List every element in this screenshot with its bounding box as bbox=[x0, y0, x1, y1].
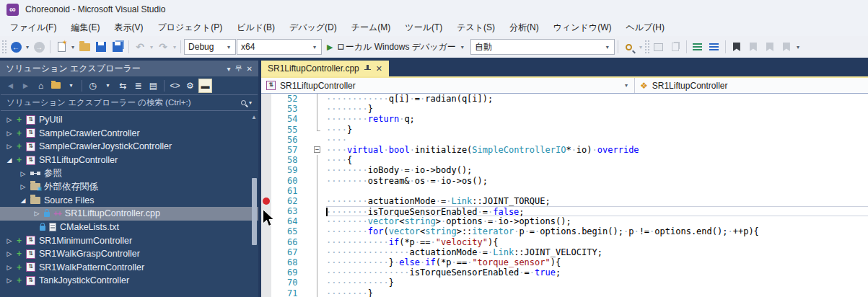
code-text[interactable]: ········return·q; bbox=[326, 114, 868, 124]
code-line-71[interactable]: 71········} bbox=[261, 288, 868, 297]
tab-sr1liftupcontroller-cpp[interactable]: SR1LiftupController.cpp ✕ bbox=[261, 61, 389, 76]
tree-scrollbar[interactable]: ▲ bbox=[250, 111, 258, 297]
code-line-52[interactable]: 52············q[i]·=·radian(q[i]); bbox=[261, 94, 868, 104]
undo-dropdown[interactable]: ▾ bbox=[149, 44, 154, 50]
collapse-icon[interactable]: ◢ bbox=[19, 197, 27, 204]
redo-dropdown[interactable]: ▾ bbox=[172, 44, 177, 50]
code-line-69[interactable]: 69················isTorqueSensorEnabled·… bbox=[261, 267, 868, 278]
breakpoint-margin[interactable] bbox=[261, 267, 271, 278]
expand-icon[interactable]: ▷ bbox=[6, 264, 13, 271]
breakpoint-margin[interactable] bbox=[261, 186, 271, 196]
tree-item[interactable]: ◢+⇅SR1LiftupController bbox=[0, 154, 258, 167]
pin-icon[interactable]: 무 bbox=[235, 63, 242, 74]
code-text[interactable]: ····} bbox=[326, 125, 868, 135]
tab-close-icon[interactable]: ✕ bbox=[376, 64, 382, 74]
breakpoint-margin[interactable] bbox=[261, 125, 271, 135]
previous-bookmark-button[interactable] bbox=[745, 39, 761, 55]
properties-button[interactable]: ⚙ bbox=[183, 79, 197, 93]
breakpoint-margin[interactable] bbox=[261, 94, 271, 104]
code-line-60[interactable]: 60········ostream&·os·=·io->os(); bbox=[261, 176, 868, 186]
code-text[interactable]: ················actuationMode·=·Link::JO… bbox=[326, 247, 868, 257]
auto-combo[interactable]: 自動▾ bbox=[470, 39, 615, 55]
code-editor[interactable]: 52············q[i]·=·radian(q[i]);53····… bbox=[261, 94, 868, 297]
menu-item-8[interactable]: テスト(S) bbox=[450, 19, 502, 37]
code-text[interactable]: ····virtual·bool·initialize(SimpleContro… bbox=[326, 145, 868, 155]
next-bookmark-button[interactable] bbox=[762, 39, 778, 55]
home-button[interactable]: ⌂ bbox=[34, 79, 48, 93]
breakpoint-margin[interactable] bbox=[261, 176, 271, 186]
scrollbar-thumb[interactable] bbox=[252, 178, 257, 245]
filter-dropdown[interactable]: ▾ bbox=[101, 79, 115, 93]
code-line-65[interactable]: 65········for(vector<string>::iterator·p… bbox=[261, 226, 868, 236]
solution-explorer-search[interactable]: ソリューション エクスプローラー の検索 (Ctrl+:) ▾ bbox=[1, 94, 258, 111]
breakpoint-margin[interactable] bbox=[261, 288, 271, 297]
se-forward-button[interactable]: ► bbox=[19, 79, 32, 93]
navigate-forward-button[interactable]: → bbox=[31, 39, 47, 55]
tree-item[interactable]: ▷+⇅SR1WalkGraspController bbox=[0, 247, 258, 261]
code-text[interactable]: ········for(vector<string>::iterator·p·=… bbox=[326, 226, 868, 236]
code-line-56[interactable]: 56···· bbox=[261, 135, 868, 145]
code-text[interactable]: ············q[i]·=·radian(q[i]); bbox=[326, 94, 868, 104]
breakpoint-icon[interactable] bbox=[263, 198, 270, 205]
code-line-59[interactable]: 59········ioBody·=·io->body(); bbox=[261, 165, 868, 175]
menu-item-10[interactable]: ウィンドウ(W) bbox=[546, 19, 619, 37]
expand-icon[interactable]: ▷ bbox=[6, 143, 13, 150]
code-line-61[interactable]: 61 bbox=[261, 186, 868, 196]
toggle-bookmark-button[interactable] bbox=[729, 39, 745, 55]
new-file-button[interactable] bbox=[53, 39, 69, 55]
uncomment-selection-button[interactable] bbox=[706, 39, 722, 55]
code-text[interactable]: ········ioBody·=·io->body(); bbox=[326, 165, 868, 175]
window-tool-button[interactable] bbox=[651, 39, 667, 55]
open-file-button[interactable] bbox=[76, 39, 92, 55]
expand-icon[interactable]: ▷ bbox=[33, 210, 40, 217]
show-all-files-button[interactable]: ▤ bbox=[146, 79, 160, 93]
search-options-dropdown[interactable]: ▾ bbox=[249, 99, 252, 106]
expand-icon[interactable]: ▷ bbox=[6, 277, 13, 284]
tree-item[interactable]: ▷+⇅SampleCrawlerController bbox=[0, 127, 258, 141]
sync-with-active-document-button[interactable] bbox=[49, 79, 63, 93]
breakpoint-margin[interactable] bbox=[261, 206, 271, 216]
outlining-margin[interactable]: − bbox=[309, 145, 326, 155]
close-icon[interactable]: ✕ bbox=[247, 65, 253, 73]
code-line-58[interactable]: 58····{ bbox=[261, 155, 868, 165]
tree-item[interactable]: ◢Source Files bbox=[0, 194, 258, 208]
code-text[interactable]: ········vector<string>·options·=·io->opt… bbox=[326, 216, 868, 226]
tab-pin-icon[interactable] bbox=[364, 65, 371, 73]
code-line-53[interactable]: 53········} bbox=[261, 104, 868, 114]
redo-button[interactable]: ↷ bbox=[155, 39, 171, 55]
expand-icon[interactable]: ▷ bbox=[6, 250, 13, 257]
code-line-57[interactable]: 57−····virtual·bool·initialize(SimpleCon… bbox=[261, 145, 868, 155]
save-button[interactable] bbox=[93, 39, 109, 55]
menu-item-7[interactable]: ツール(T) bbox=[398, 19, 450, 37]
breakpoint-margin[interactable] bbox=[261, 247, 271, 257]
search-icon[interactable] bbox=[241, 100, 246, 105]
code-text[interactable]: ········actuationMode·=·Link::JOINT_TORQ… bbox=[326, 196, 868, 206]
code-line-67[interactable]: 67················actuationMode·=·Link::… bbox=[261, 247, 868, 257]
clear-bookmarks-button[interactable] bbox=[779, 39, 794, 55]
breakpoint-margin[interactable] bbox=[261, 165, 271, 175]
solution-platform-combo[interactable]: x64▾ bbox=[237, 39, 322, 55]
save-all-button[interactable] bbox=[110, 39, 126, 55]
expand-icon[interactable]: ▷ bbox=[6, 130, 13, 137]
collapse-icon[interactable]: ◢ bbox=[6, 156, 13, 164]
tree-item[interactable]: ▷+⇅TankJoystickController bbox=[0, 274, 258, 288]
menu-item-4[interactable]: ビルド(B) bbox=[229, 19, 282, 37]
code-text[interactable]: ····{ bbox=[326, 155, 868, 165]
collapse-all-button[interactable]: ≣ bbox=[131, 79, 145, 93]
toolbar-overflow-dropdown[interactable]: ▾ bbox=[795, 44, 801, 50]
menu-item-5[interactable]: デバッグ(D) bbox=[282, 19, 344, 37]
solution-configuration-combo[interactable]: Debug▾ bbox=[184, 39, 236, 55]
breakpoint-margin[interactable] bbox=[261, 104, 271, 114]
attach-to-process-button[interactable] bbox=[621, 39, 637, 55]
collapse-region-icon[interactable]: − bbox=[314, 146, 320, 153]
expand-icon[interactable]: ▷ bbox=[6, 116, 13, 123]
code-line-66[interactable]: 66············if(*p·==·"velocity"){ bbox=[261, 237, 868, 247]
menu-item-1[interactable]: 編集(E) bbox=[63, 19, 107, 37]
attach-overflow-dropdown[interactable]: ▾ bbox=[638, 44, 644, 50]
navbar-scope-dropdown[interactable]: ⇅ SR1LiftupController ▾ bbox=[261, 78, 635, 93]
tree-item[interactable]: ▷外部依存関係 bbox=[0, 180, 258, 194]
code-line-62[interactable]: 62········actuationMode·=·Link::JOINT_TO… bbox=[261, 196, 868, 206]
code-line-64[interactable]: 64········vector<string>·options·=·io->o… bbox=[261, 216, 868, 226]
menu-item-9[interactable]: 分析(N) bbox=[502, 19, 546, 37]
expand-icon[interactable]: ▷ bbox=[19, 183, 27, 190]
